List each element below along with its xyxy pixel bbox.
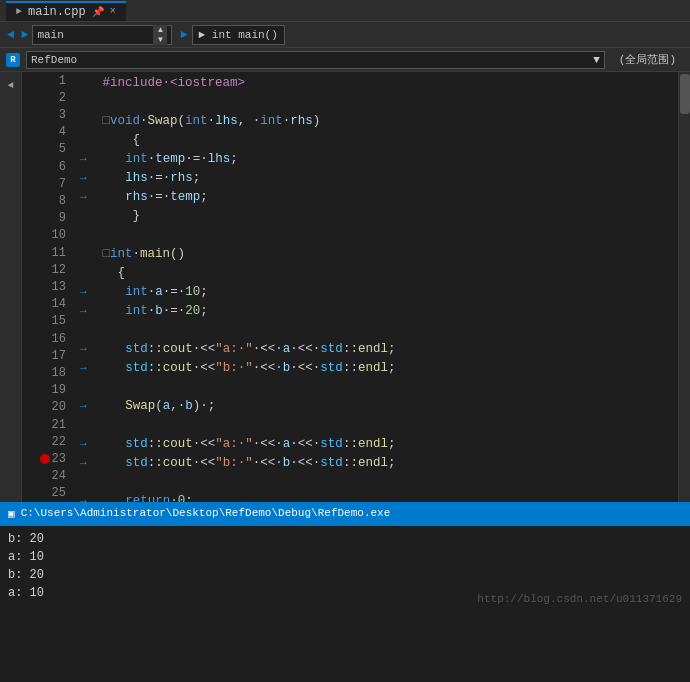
- token-fn: cout: [163, 340, 193, 359]
- token-var: a: [155, 283, 163, 302]
- token-kw: int: [260, 112, 283, 131]
- scrollbar-thumb[interactable]: [680, 74, 690, 114]
- file-tab[interactable]: ► main.cpp 📌 ×: [6, 1, 126, 21]
- indent-arrow: →: [80, 283, 93, 302]
- token-plain: (): [170, 245, 185, 264]
- token-num: 0: [178, 492, 186, 502]
- token-plain: ;: [200, 188, 208, 207]
- code-line: [80, 226, 678, 245]
- token-plain: ::: [343, 359, 358, 378]
- indent-arrow: →: [80, 169, 93, 188]
- line-number: 5: [22, 141, 72, 158]
- code-editor[interactable]: #include·<iostream> □void·Swap(int·lhs, …: [72, 72, 678, 502]
- scope-dropdown[interactable]: ► int main(): [192, 25, 285, 45]
- token-plain: ·=·: [185, 150, 208, 169]
- code-line: → std::cout·<<"a:·"·<<·a·<<·std::endl;: [80, 435, 678, 454]
- token-var: rhs: [290, 112, 313, 131]
- token-plain: )·;: [193, 397, 216, 416]
- token-plain: ·<<: [290, 454, 313, 473]
- line-number: 13: [22, 278, 72, 295]
- token-str: "b:·": [215, 454, 253, 473]
- file-dropdown-arrow: ▼: [593, 54, 600, 66]
- watermark: http://blog.csdn.net/u011371629: [477, 590, 682, 608]
- token-ns: std: [320, 435, 343, 454]
- token-var: ·a: [275, 340, 290, 359]
- token-var: b: [185, 397, 193, 416]
- line-number: 3: [22, 106, 72, 123]
- token-plain: [95, 150, 125, 169]
- line-number-value: 25: [52, 486, 66, 500]
- line-indent-spacer: [80, 473, 103, 492]
- file-dropdown[interactable]: RefDemo ▼: [26, 51, 605, 69]
- line-number: 8: [22, 192, 72, 209]
- line-indent-spacer: [80, 112, 103, 131]
- line-number: 2: [22, 89, 72, 106]
- line-number-value: 6: [59, 160, 66, 174]
- token-plain: [95, 169, 125, 188]
- line-number: 9: [22, 210, 72, 227]
- sidebar-collapse-btn[interactable]: ◄: [2, 76, 20, 94]
- token-ns: std: [320, 454, 343, 473]
- token-plain: ;: [230, 150, 238, 169]
- token-plain: ,·: [170, 397, 185, 416]
- token-plain: [95, 283, 125, 302]
- line-number: 12: [22, 261, 72, 278]
- token-plain: ·=·: [148, 188, 171, 207]
- token-fn: cout: [163, 359, 193, 378]
- code-line: □int·main(): [80, 245, 678, 264]
- token-ns: std: [320, 340, 343, 359]
- console-area: b: 20a: 10b: 20a: 10 http://blog.csdn.ne…: [0, 524, 690, 614]
- line-number: 22: [22, 433, 72, 450]
- token-plain: ::: [148, 340, 163, 359]
- spin-up[interactable]: ▲: [153, 25, 167, 35]
- token-plain: (: [155, 397, 163, 416]
- nav-arrow-left[interactable]: ◄: [4, 27, 17, 43]
- line-number-value: 13: [52, 280, 66, 294]
- line-number-value: 17: [52, 349, 66, 363]
- scope-arrow-icon: ►: [180, 28, 187, 42]
- scope-label: (全局范围): [611, 52, 684, 67]
- line-number-value: 2: [59, 91, 66, 105]
- line-number: 15: [22, 313, 72, 330]
- code-line: → int·temp·=·lhs;: [80, 150, 678, 169]
- line-number-value: 10: [52, 228, 66, 242]
- token-var: lhs: [125, 169, 148, 188]
- code-line: □void·Swap(int·lhs, ·int·rhs): [80, 112, 678, 131]
- token-plain: [95, 302, 125, 321]
- breakpoint-indicator: [40, 454, 50, 464]
- token-ns: std: [125, 359, 148, 378]
- token-plain: ·<<: [290, 435, 313, 454]
- line-number: 10: [22, 227, 72, 244]
- line-number-value: 11: [52, 246, 66, 260]
- function-dropdown[interactable]: main ▲ ▼: [32, 25, 172, 45]
- token-var: a: [163, 397, 171, 416]
- line-indent-spacer: [80, 226, 103, 245]
- token-ns: std: [320, 359, 343, 378]
- code-line: → int·a·=·10;: [80, 283, 678, 302]
- scrollbar[interactable]: [678, 72, 690, 502]
- line-number-value: 4: [59, 125, 66, 139]
- code-line: → std::cout·<<"b:·"·<<·b·<<·std::endl;: [80, 359, 678, 378]
- line-number-value: 3: [59, 108, 66, 122]
- status-bar: ▣ C:\Users\Administrator\Desktop\RefDemo…: [0, 502, 690, 524]
- line-number: 23: [22, 450, 72, 467]
- token-kw: int: [125, 302, 148, 321]
- token-plain: ;: [388, 340, 396, 359]
- token-kw: int: [185, 112, 208, 131]
- token-fn: Swap: [125, 397, 155, 416]
- line-indent-spacer: [80, 131, 103, 150]
- line-number-value: 8: [59, 194, 66, 208]
- indent-arrow: →: [80, 454, 93, 473]
- token-plain: ·: [170, 492, 178, 502]
- code-line: [80, 473, 678, 492]
- close-tab-button[interactable]: ×: [110, 6, 116, 17]
- token-str: "a:·": [215, 340, 253, 359]
- breakpoint-arrow: →: [80, 492, 93, 502]
- line-number-value: 22: [52, 435, 66, 449]
- line-number: 1: [22, 72, 72, 89]
- token-plain: ·: [283, 112, 291, 131]
- left-sidebar: ◄: [0, 72, 22, 502]
- spin-down[interactable]: ▼: [153, 35, 167, 45]
- token-plain: [95, 454, 125, 473]
- code-line: {: [80, 264, 678, 283]
